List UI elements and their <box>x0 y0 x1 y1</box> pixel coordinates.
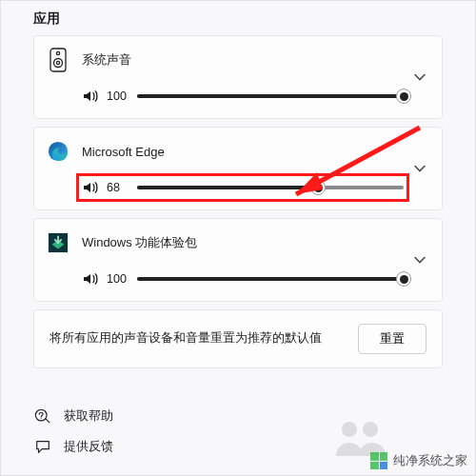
reset-description: 将所有应用的声音设备和音量重置为推荐的默认值 <box>50 329 345 347</box>
volume-slider[interactable] <box>137 94 404 98</box>
package-icon <box>48 230 69 255</box>
volume-row: 100 <box>82 88 404 105</box>
volume-icon <box>82 88 99 105</box>
volume-value: 100 <box>107 89 129 103</box>
slider-thumb[interactable] <box>396 271 411 287</box>
svg-point-2 <box>54 59 63 68</box>
expand-chevron-icon[interactable] <box>411 251 428 268</box>
watermark-text: 纯净系统之家 <box>393 452 467 469</box>
watermark-logo-icon <box>370 452 387 469</box>
edge-icon <box>48 139 69 164</box>
svg-point-3 <box>56 61 59 64</box>
speaker-device-icon <box>48 48 69 72</box>
volume-value: 100 <box>107 272 129 286</box>
app-name: Microsoft Edge <box>82 145 165 159</box>
reset-card: 将所有应用的声音设备和音量重置为推荐的默认值 重置 <box>33 309 443 368</box>
link-label: 提供反馈 <box>64 438 113 455</box>
volume-row: 68 <box>82 179 404 196</box>
link-label: 获取帮助 <box>64 407 113 425</box>
expand-chevron-icon[interactable] <box>411 160 428 177</box>
svg-point-6 <box>35 409 47 421</box>
volume-icon <box>82 270 99 288</box>
app-name: 系统声音 <box>82 51 131 69</box>
volume-slider[interactable] <box>137 277 404 281</box>
slider-thumb[interactable] <box>396 89 411 104</box>
reset-button[interactable]: 重置 <box>358 324 426 354</box>
app-card-system-sound: 系统声音 100 <box>33 35 443 119</box>
svg-point-9 <box>363 422 378 437</box>
svg-point-7 <box>41 418 42 419</box>
feedback-icon <box>33 437 52 456</box>
watermark: 纯净系统之家 <box>370 452 467 469</box>
help-icon <box>33 407 52 426</box>
volume-value: 68 <box>107 181 129 194</box>
people-bg-icon <box>332 418 389 456</box>
section-title: 应用 <box>1 1 475 35</box>
volume-slider[interactable] <box>137 186 404 189</box>
svg-point-1 <box>56 51 59 54</box>
expand-chevron-icon[interactable] <box>411 69 428 86</box>
app-card-experience-pack: Windows 功能体验包 100 <box>33 218 443 302</box>
app-name: Windows 功能体验包 <box>82 234 197 251</box>
slider-thumb[interactable] <box>310 180 326 195</box>
volume-row: 100 <box>82 270 404 288</box>
svg-point-8 <box>342 422 357 437</box>
app-card-edge: Microsoft Edge 68 <box>33 127 443 210</box>
volume-icon <box>82 179 99 196</box>
